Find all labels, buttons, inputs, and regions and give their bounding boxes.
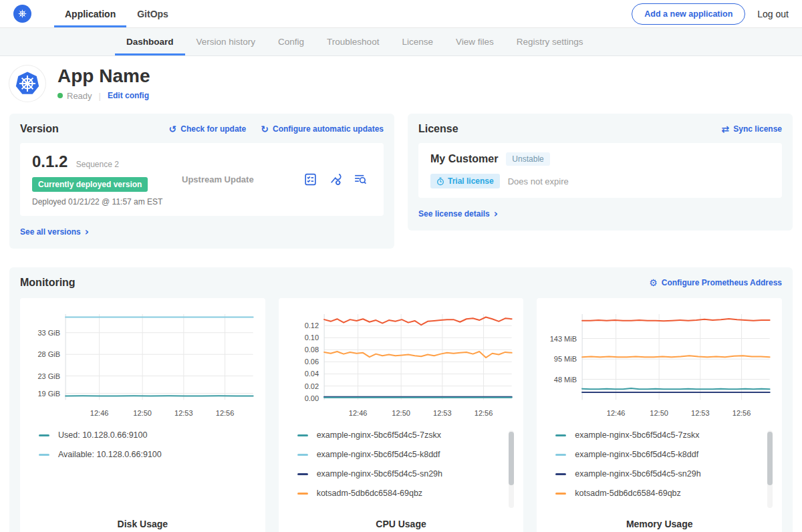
add-application-button[interactable]: Add a new application <box>632 3 745 25</box>
svg-text:12:56: 12:56 <box>732 409 751 417</box>
svg-text:0.02: 0.02 <box>304 382 318 390</box>
brand-logo[interactable] <box>13 0 31 27</box>
license-type-badge: Trial license <box>430 174 500 188</box>
legend-item: kotsadm-5db6dc6584-69qbz <box>297 489 517 498</box>
memory-usage-plot: 48 MiB95 MiB143 MiB12:4612:5012:5312:56 <box>543 307 775 420</box>
kubernetes-logo-icon <box>13 5 31 23</box>
legend-label: example-nginx-5bc6f5d4c5-sn29h <box>317 469 442 479</box>
version-sequence: Sequence 2 <box>76 160 119 169</box>
top-navigation: Application GitOps Add a new application… <box>0 0 802 28</box>
monitoring-title: Monitoring <box>20 277 76 289</box>
license-expiry: Does not expire <box>508 176 569 186</box>
legend-scrollbar[interactable] <box>509 430 514 508</box>
chart-card-memory-usage: 48 MiB95 MiB143 MiB12:4612:5012:5312:56e… <box>537 298 782 532</box>
channel-badge: Unstable <box>506 152 549 166</box>
check-for-update-link[interactable]: ↺ Check for update <box>169 124 247 134</box>
legend-swatch-icon <box>297 493 308 495</box>
license-info-box: My Customer Unstable Trial license Does … <box>418 143 782 198</box>
nav-tab-application[interactable]: Application <box>54 0 126 27</box>
legend-swatch-icon <box>39 454 49 456</box>
legend-swatch-icon <box>297 473 308 475</box>
app-header: App Name Ready | Edit config <box>0 56 802 108</box>
page-title: App Name <box>57 66 150 87</box>
svg-text:48 MiB: 48 MiB <box>554 376 577 384</box>
legend-swatch-icon <box>555 434 566 436</box>
legend-label: example-nginx-5bc6f5d4c5-7zskx <box>575 430 699 440</box>
legend-swatch-icon <box>555 473 566 475</box>
schedule-update-icon: ↻ <box>261 124 269 134</box>
see-all-versions-link[interactable]: See all versions › <box>20 226 89 238</box>
legend-label: example-nginx-5bc6f5d4c5-k8ddf <box>317 450 440 459</box>
chart-title: Memory Usage <box>543 513 775 532</box>
legend-swatch-icon <box>39 434 49 436</box>
chevron-right-icon: › <box>85 226 89 238</box>
tab-config[interactable]: Config <box>267 28 315 55</box>
version-card: Version ↺ Check for update ↻ Configure a… <box>9 114 394 249</box>
monitoring-section: Monitoring ⚙ Configure Prometheus Addres… <box>9 267 793 532</box>
legend-scrollbar[interactable] <box>767 430 773 508</box>
nav-tab-gitops[interactable]: GitOps <box>126 0 179 27</box>
deployed-timestamp: Deployed 01/21/22 @ 11:57 am EST <box>32 197 179 207</box>
legend-label: example-nginx-5bc6f5d4c5-k8ddf <box>575 450 698 459</box>
legend-label: Used: 10.128.0.66:9100 <box>58 430 147 440</box>
svg-text:12:46: 12:46 <box>348 409 367 417</box>
svg-text:12:50: 12:50 <box>650 409 669 417</box>
tab-registry-settings[interactable]: Registry settings <box>505 28 595 55</box>
version-number: 0.1.2 <box>32 152 68 170</box>
edit-config-link[interactable]: Edit config <box>108 91 149 100</box>
legend-item: example-nginx-5bc6f5d4c5-7zskx <box>555 430 775 440</box>
stopwatch-icon <box>436 177 444 186</box>
svg-text:0.06: 0.06 <box>304 358 318 366</box>
status-dot <box>57 93 63 98</box>
legend-swatch-icon <box>297 434 308 436</box>
deploy-logs-icon[interactable] <box>353 172 368 186</box>
legend-item: Used: 10.128.0.66:9100 <box>39 430 259 440</box>
version-source: Upstream Update <box>179 174 303 184</box>
chart-legend: example-nginx-5bc6f5d4c5-7zskxexample-ng… <box>543 430 775 513</box>
current-version-box: 0.1.2 Sequence 2 Currently deployed vers… <box>20 143 384 216</box>
legend-label: kotsadm-5db6dc6584-69qbz <box>575 489 680 498</box>
legend-swatch-icon <box>555 454 566 456</box>
see-license-details-link[interactable]: See license details › <box>418 208 498 220</box>
sync-license-link[interactable]: ⇄ Sync license <box>722 124 782 134</box>
config-wrench-icon[interactable] <box>328 172 342 186</box>
legend-item: example-nginx-5bc6f5d4c5-k8ddf <box>297 450 517 459</box>
gear-icon: ⚙ <box>649 277 658 288</box>
svg-text:23 GiB: 23 GiB <box>37 372 60 380</box>
preflight-checks-icon[interactable] <box>303 172 317 186</box>
svg-text:12:50: 12:50 <box>392 409 410 417</box>
legend-swatch-icon <box>297 454 308 456</box>
logout-button[interactable]: Log out <box>757 9 789 19</box>
chart-legend: Used: 10.128.0.66:9100Available: 10.128.… <box>27 430 259 513</box>
legend-item: example-nginx-5bc6f5d4c5-7zskx <box>297 430 517 440</box>
tab-version-history[interactable]: Version history <box>185 28 267 55</box>
tab-view-files[interactable]: View files <box>444 28 505 55</box>
legend-item: kotsadm-5db6dc6584-69qbz <box>555 489 775 498</box>
legend-item: example-nginx-5bc6f5d4c5-k8ddf <box>555 450 775 459</box>
chart-title: CPU Usage <box>285 513 517 532</box>
chart-legend: example-nginx-5bc6f5d4c5-7zskxexample-ng… <box>285 430 517 513</box>
disk-usage-plot: 19 GiB23 GiB28 GiB33 GiB12:4612:5012:531… <box>27 307 259 420</box>
sync-arrows-icon: ⇄ <box>722 124 730 134</box>
charts-row: 19 GiB23 GiB28 GiB33 GiB12:4612:5012:531… <box>20 298 782 532</box>
svg-text:12:53: 12:53 <box>174 409 193 417</box>
tab-dashboard[interactable]: Dashboard <box>115 28 185 55</box>
customer-name: My Customer <box>430 153 498 165</box>
svg-text:12:53: 12:53 <box>691 409 710 417</box>
svg-text:0.12: 0.12 <box>304 321 318 329</box>
legend-label: example-nginx-5bc6f5d4c5-sn29h <box>575 469 700 479</box>
svg-text:12:56: 12:56 <box>216 409 235 417</box>
svg-text:28 GiB: 28 GiB <box>37 350 60 358</box>
license-card: License ⇄ Sync license My Customer Unsta… <box>408 114 793 231</box>
legend-item: Available: 10.128.0.66:9100 <box>39 450 259 459</box>
svg-text:0.00: 0.00 <box>304 394 318 402</box>
cpu-usage-plot: 0.000.020.040.060.080.100.1212:4612:5012… <box>285 307 517 420</box>
tab-troubleshoot[interactable]: Troubleshoot <box>315 28 390 55</box>
svg-text:95 MiB: 95 MiB <box>554 355 577 363</box>
configure-prometheus-link[interactable]: ⚙ Configure Prometheus Address <box>649 277 782 288</box>
configure-automatic-updates-link[interactable]: ↻ Configure automatic updates <box>261 124 384 134</box>
tab-license[interactable]: License <box>390 28 444 55</box>
svg-text:12:50: 12:50 <box>133 409 152 417</box>
legend-label: example-nginx-5bc6f5d4c5-7zskx <box>317 430 441 440</box>
refresh-icon: ↺ <box>169 124 177 134</box>
